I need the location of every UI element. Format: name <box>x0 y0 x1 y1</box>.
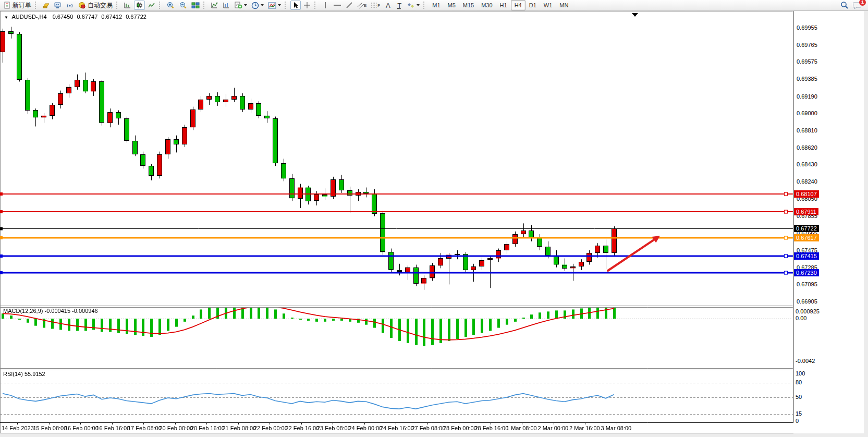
timeframe-m30[interactable]: M30 <box>478 0 496 10</box>
current-price-line-price-tag[interactable]: 0.67722 <box>794 225 819 232</box>
zoom-out-button[interactable] <box>177 1 189 10</box>
market-watch-button[interactable] <box>53 1 64 10</box>
equidistant-channel-button[interactable]: E <box>356 1 368 10</box>
date-axis-label: 15 Feb 08:00 <box>33 425 67 431</box>
autotrade-label: 自动交易 <box>88 1 113 10</box>
price-axis-tick-label: 0.66905 <box>797 298 817 305</box>
cursor-button[interactable] <box>290 1 301 10</box>
timeframe-h4[interactable]: H4 <box>511 0 525 10</box>
toolbar-grip <box>159 2 163 9</box>
zoom-in-icon <box>166 2 175 9</box>
chart-arrange-button[interactable] <box>221 1 232 10</box>
timeframe-m1[interactable]: M1 <box>429 0 444 10</box>
date-axis-label: 28 Feb 16:00 <box>475 425 509 431</box>
candlestick-icon <box>136 2 143 9</box>
shapes-button[interactable] <box>406 1 421 10</box>
toolbar-grip <box>203 2 207 9</box>
chat-badge: 1 <box>859 0 866 6</box>
support-line-2-price-tag[interactable]: 0.67230 <box>794 269 819 276</box>
trendline-icon <box>346 2 353 9</box>
vertical-line-icon <box>322 2 328 9</box>
fibonacci-button[interactable]: F <box>369 1 382 10</box>
window-edge-right <box>864 11 868 437</box>
trendline-button[interactable] <box>344 1 354 10</box>
price-axis-tick-label: 0.68240 <box>797 178 817 185</box>
chart-canvas[interactable] <box>0 0 868 437</box>
line-chart-button[interactable] <box>146 1 157 10</box>
date-axis-label: 20 Feb 16:00 <box>191 425 225 431</box>
price-axis-tick-label: 0.68430 <box>797 161 817 167</box>
fibonacci-glyph: F <box>377 3 380 8</box>
chart-arrange-icon <box>223 2 230 9</box>
toolbar-grip <box>314 2 318 9</box>
add-indicator-button[interactable] <box>233 1 249 10</box>
rsi-axis-label: 15 <box>796 410 802 417</box>
tile-windows-button[interactable] <box>190 1 201 10</box>
macd-axis-label: -0.0042 <box>796 358 815 364</box>
timeframe-group: M1M5M15M30H1H4D1W1MN <box>429 0 572 10</box>
profile-button[interactable] <box>41 1 52 10</box>
horizontal-line-icon <box>333 2 341 9</box>
toolbar-grip <box>116 2 120 9</box>
bar-chart-button[interactable] <box>122 1 133 10</box>
new-order-icon <box>4 2 11 9</box>
zoom-in-button[interactable] <box>165 1 176 10</box>
toolbar: 新订单 自动交易 <box>0 0 868 11</box>
date-axis-label: 21 Feb 08:00 <box>223 425 256 431</box>
text-label-glyph: T <box>397 2 401 9</box>
price-axis-tick-label: 0.69575 <box>797 58 817 65</box>
timeframe-w1[interactable]: W1 <box>540 0 556 10</box>
chart-title[interactable]: ▼ AUDUSD-,H4 0.67450 0.67747 0.67412 0.6… <box>4 14 146 20</box>
text-button[interactable]: A <box>383 1 393 10</box>
templates-button[interactable] <box>266 1 283 10</box>
vertical-line-button[interactable] <box>320 1 331 10</box>
autotrade-button[interactable]: 自动交易 <box>77 1 114 10</box>
bar-chart-icon <box>124 2 131 9</box>
timeframe-m5[interactable]: M5 <box>444 0 459 10</box>
date-axis-label: 23 Feb 08:00 <box>317 425 351 431</box>
search-button[interactable] <box>839 1 850 10</box>
date-axis-label: 27 Feb 08:00 <box>412 425 446 431</box>
timeframe-h1[interactable]: H1 <box>496 0 511 10</box>
support-line-1-price-tag[interactable]: 0.67415 <box>794 252 819 260</box>
new-chart-icon <box>211 2 218 9</box>
cursor-icon <box>292 2 299 9</box>
resistance-line-1-price-tag[interactable]: 0.68107 <box>794 190 819 198</box>
macd-label: MACD(12,26,9) -0.000415 -0.000946 <box>3 308 98 314</box>
rsi-axis-label: 100 <box>796 370 805 377</box>
toolbar-grip <box>423 2 427 9</box>
chart-dropdown-icon[interactable]: ▼ <box>4 15 8 20</box>
periods-clock-icon <box>251 2 259 9</box>
periods-button[interactable] <box>250 1 265 10</box>
new-order-button[interactable]: 新订单 <box>2 1 33 10</box>
date-axis-label: 3 Mar 08:00 <box>601 425 632 431</box>
date-axis-label: 2 Mar 00:00 <box>538 425 569 431</box>
ohlc-close: 0.67722 <box>126 14 146 20</box>
timeframe-mn[interactable]: MN <box>556 0 572 10</box>
date-axis-label: 24 Feb 00:00 <box>349 425 383 431</box>
crosshair-icon <box>303 2 311 9</box>
shapes-icon <box>407 2 415 9</box>
chat-button[interactable]: 1 <box>851 1 863 10</box>
signal-button[interactable] <box>65 1 76 10</box>
rsi-axis-label: 50 <box>796 394 802 400</box>
price-axis-tick-label: 0.68620 <box>797 144 817 151</box>
macd-axis-label: 0.000925 <box>796 308 820 314</box>
rsi-axis-label: 0 <box>796 418 799 424</box>
pivot-line-price-tag[interactable]: 0.67617 <box>794 234 819 241</box>
ohlc-high: 0.67747 <box>77 14 98 20</box>
candlestick-chart-button[interactable] <box>134 1 145 10</box>
crosshair-button[interactable] <box>302 1 312 10</box>
timeframe-d1[interactable]: D1 <box>525 0 540 10</box>
search-icon <box>840 1 849 9</box>
timeframe-m15[interactable]: M15 <box>459 0 478 10</box>
zoom-out-icon <box>179 2 187 9</box>
ohlc-low: 0.67412 <box>101 14 122 20</box>
text-tool-glyph: A <box>386 2 390 9</box>
price-axis-tick-label: 0.69955 <box>797 25 817 31</box>
new-chart-button[interactable] <box>209 1 220 10</box>
horizontal-line-button[interactable] <box>332 1 343 10</box>
shapes-caret-icon <box>417 4 420 6</box>
resistance-line-2-price-tag[interactable]: 0.67911 <box>794 208 818 215</box>
text-label-button[interactable]: T <box>394 1 405 10</box>
